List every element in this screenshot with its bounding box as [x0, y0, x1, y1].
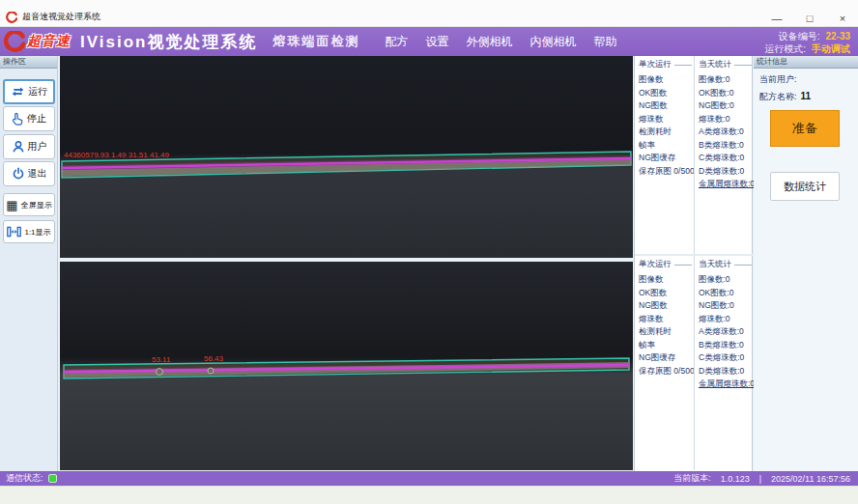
stat-row: 熔珠数: [639, 113, 694, 126]
run-mode-label: 运行模式:: [764, 42, 806, 55]
operation-sidebar: 操作区 运行 停止: [0, 56, 58, 471]
one-to-one-button-label: 1:1显示: [24, 227, 50, 238]
fullscreen-icon: ▦: [6, 199, 17, 211]
device-number-label: 设备编号:: [779, 30, 820, 42]
run-button[interactable]: 运行: [3, 79, 55, 104]
stat-row: 图像数: [639, 73, 694, 87]
close-button[interactable]: ×: [835, 13, 850, 24]
title-bar: 超音速视觉处理系统 — □ ×: [0, 0, 858, 27]
defect-marker: [157, 369, 163, 376]
stat-row: B类熔珠数:0: [699, 139, 754, 153]
stat-row: OK图数: [639, 287, 694, 300]
user-button-label: 用户: [28, 140, 47, 154]
today-rows: 图像数:0OK图数:0NG图数:0熔珠数:0A类熔珠数:0B类熔珠数:0C类熔珠…: [699, 273, 754, 391]
current-user-label: 当前用户:: [759, 74, 797, 84]
power-icon: [12, 167, 25, 181]
desktop-background: [0, 486, 858, 504]
stat-row: D类熔珠数:0: [699, 365, 754, 378]
stat-row: NG图数: [639, 99, 694, 113]
stat-row: A类熔珠数:0: [699, 126, 754, 139]
main-menu: 配方设置外侧相机内侧相机帮助: [385, 34, 616, 50]
stat-row: 保存原图 0/500: [639, 365, 694, 378]
stat-row: C类熔珠数:0: [699, 152, 754, 165]
data-statistics-button[interactable]: 数据统计: [770, 172, 840, 201]
stat-row: 图像数: [639, 273, 694, 287]
datetime: 2025/02/11 16:57:56: [771, 474, 850, 484]
menu-item[interactable]: 设置: [425, 34, 448, 50]
stat-row: OK图数: [639, 87, 694, 100]
menu-item[interactable]: 外侧相机: [466, 34, 512, 50]
outer-camera-overlay: 44360579.93 1.49 31.51 41.49: [60, 56, 633, 258]
stat-row: NG图缓存: [639, 351, 694, 365]
menu-item[interactable]: 内侧相机: [529, 34, 576, 50]
device-info: 设备编号: 22-33 运行模式: 手动调试: [764, 30, 850, 55]
stat-row: OK图数:0: [699, 287, 754, 300]
prepare-button[interactable]: 准备: [770, 110, 840, 147]
device-number-value: 22-33: [825, 30, 850, 42]
stat-row: 熔珠数:0: [699, 113, 754, 126]
user-button[interactable]: 用户: [3, 134, 55, 159]
stop-button[interactable]: 停止: [3, 106, 55, 131]
stop-hand-icon: [12, 112, 24, 126]
statistics-area: 单次运行 图像数OK图数NG图数熔珠数检测耗时帧率NG图缓存保存原图 0/500…: [634, 56, 753, 471]
sidebar-title: 操作区: [0, 56, 57, 69]
fullscreen-button[interactable]: ▦ 全屏显示: [3, 193, 55, 216]
recipe-name-label: 配方名称:: [759, 92, 797, 101]
app-title: IVision视觉处理系统: [80, 31, 257, 53]
minimize-button[interactable]: —: [769, 13, 785, 24]
inner-camera-overlay: 53.11 56.43: [60, 262, 633, 470]
one-to-one-icon: [7, 226, 21, 238]
stats-panel-outer: 单次运行 图像数OK图数NG图数熔珠数检测耗时帧率NG图缓存保存原图 0/500…: [635, 56, 754, 254]
defect-marker: [208, 368, 214, 374]
stat-row: NG图缓存: [639, 152, 694, 165]
brand-name: 超音速: [27, 33, 71, 50]
stat-row: 熔珠数:0: [699, 313, 754, 326]
one-to-one-button[interactable]: 1:1显示: [3, 220, 55, 243]
stat-row: 熔珠数: [639, 313, 694, 326]
fullscreen-button-label: 全屏显示: [21, 200, 52, 210]
single-run-title: 单次运行: [639, 59, 672, 70]
outer-camera-view[interactable]: 44360579.93 1.49 31.51 41.49: [60, 56, 633, 258]
window-title: 超音速视觉处理系统: [22, 11, 100, 23]
single-run-column: 单次运行 图像数OK图数NG图数熔珠数检测耗时帧率NG图缓存保存原图 0/500: [635, 256, 694, 470]
info-panel-title: 统计信息: [754, 56, 858, 69]
measurement-label: 56.43: [204, 354, 224, 363]
stat-row: 帧率: [639, 139, 694, 153]
stat-row: NG图数:0: [699, 299, 754, 313]
stat-row: 检测耗时: [639, 126, 694, 139]
stat-row: 图像数:0: [699, 73, 754, 87]
today-title: 当天统计: [699, 59, 731, 70]
maximize-button[interactable]: □: [802, 13, 817, 24]
stop-button-label: 停止: [27, 112, 46, 126]
today-rows: 图像数:0OK图数:0NG图数:0熔珠数:0A类熔珠数:0B类熔珠数:0C类熔珠…: [699, 73, 754, 191]
recipe-name-value: 11: [801, 91, 812, 101]
stat-row: 保存原图 0/500: [639, 165, 694, 179]
run-button-label: 运行: [28, 85, 47, 98]
single-run-rows: 图像数OK图数NG图数熔珠数检测耗时帧率NG图缓存保存原图 0/500: [639, 73, 694, 178]
stat-row: NG图数: [639, 299, 694, 313]
brand-logo: 超音速: [4, 31, 71, 52]
measurement-label: 53.11: [152, 355, 171, 364]
exit-button-label: 退出: [28, 167, 47, 181]
main-area: 操作区 运行 停止: [0, 56, 858, 471]
menu-item[interactable]: 帮助: [593, 34, 616, 50]
run-icon: [11, 86, 25, 98]
inner-camera-view[interactable]: 53.11 56.43: [60, 262, 633, 470]
stat-row: 帧率: [639, 339, 694, 352]
version-value: 1.0.123: [721, 474, 750, 484]
exit-button[interactable]: 退出: [3, 161, 55, 186]
app-logo-icon: [6, 12, 17, 23]
single-run-rows: 图像数OK图数NG图数熔珠数检测耗时帧率NG图缓存保存原图 0/500: [639, 273, 694, 378]
stat-row: NG图数:0: [699, 99, 754, 113]
menu-item[interactable]: 配方: [385, 34, 408, 50]
measurement-annotation: 44360579.93 1.49 31.51 41.49: [64, 151, 170, 159]
single-run-title: 单次运行: [639, 259, 672, 270]
header-bar: 超音速 IVision视觉处理系统 熔珠端面检测 配方设置外侧相机内侧相机帮助 …: [0, 27, 858, 56]
stat-row: D类熔珠数:0: [699, 165, 754, 179]
today-column: 当天统计 图像数:0OK图数:0NG图数:0熔珠数:0A类熔珠数:0B类熔珠数:…: [694, 56, 754, 254]
status-bar: 通信状态: 当前版本: 1.0.123 | 2025/02/11 16:57:5…: [0, 471, 858, 486]
status-separator: |: [759, 474, 761, 484]
stats-panel-inner: 单次运行 图像数OK图数NG图数熔珠数检测耗时帧率NG图缓存保存原图 0/500…: [635, 256, 754, 470]
stat-row: 图像数:0: [699, 273, 754, 287]
run-mode-value: 手动调试: [812, 42, 850, 55]
